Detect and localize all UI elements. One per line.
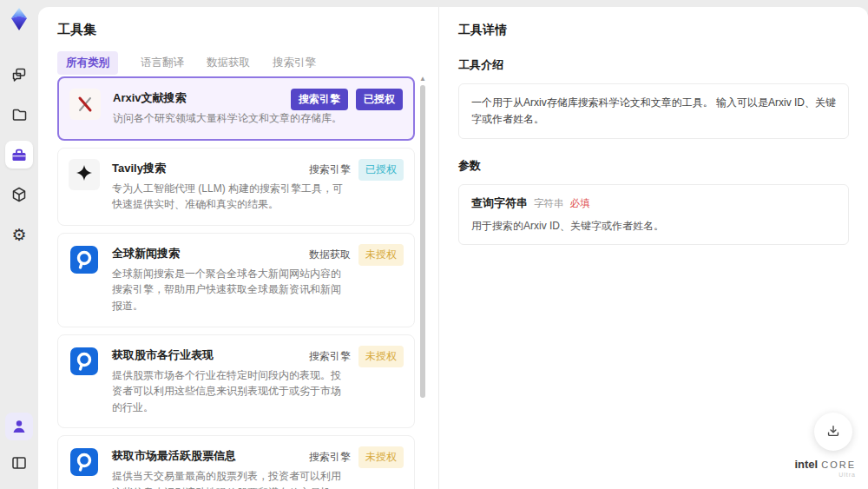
main-surface: 工具集 所有类别 语言翻译 数据获取 搜索引擎 Arxiv文献搜索 访问各个研究… (38, 7, 868, 489)
auth-status-badge: 已授权 (358, 159, 404, 181)
blue-search-app-icon (69, 346, 100, 377)
collapse-panel-icon (10, 454, 28, 472)
download-icon (825, 423, 842, 440)
category-label: 搜索引擎 (309, 349, 351, 364)
category-label: 数据获取 (309, 248, 351, 262)
param-box: 查询字符串 字符串 必填 用于搜索的Arxiv ID、关键字或作者姓名。 (458, 184, 849, 245)
category-tabs: 所有类别 语言翻译 数据获取 搜索引擎 (57, 51, 316, 75)
intro-text: 一个用于从Arxiv存储库搜索科学论文和文章的工具。 输入可以是Arxiv ID… (471, 96, 836, 125)
toolbox-icon (10, 146, 28, 163)
detail-title: 工具详情 (458, 23, 849, 38)
ultra-wordmark: Ultra (794, 472, 856, 479)
folder-icon (10, 106, 28, 123)
auth-status-badge: 已授权 (356, 89, 403, 110)
tab-all-categories[interactable]: 所有类别 (57, 51, 118, 75)
download-button[interactable] (814, 413, 852, 451)
scrollbar-thumb[interactable] (420, 85, 425, 398)
page-title: 工具集 (57, 22, 96, 38)
user-avatar[interactable] (5, 413, 33, 440)
gem-logo-icon (8, 7, 30, 31)
sidebar-item-tools[interactable] (5, 141, 33, 169)
tab-data-fetch[interactable]: 数据获取 (207, 51, 250, 75)
intro-heading: 工具介绍 (458, 57, 849, 73)
param-type: 字符串 (534, 197, 564, 210)
tool-card-arxiv[interactable]: Arxiv文献搜索 访问各个研究领域大量科学论文和文章的存储库。 搜索引擎 已授… (57, 76, 415, 141)
blue-search-app-icon (69, 446, 100, 478)
sparkle-icon (69, 159, 100, 190)
tool-list-panel: 工具集 所有类别 语言翻译 数据获取 搜索引擎 Arxiv文献搜索 访问各个研究… (38, 7, 438, 489)
param-description: 用于搜索的Arxiv ID、关键字或作者姓名。 (471, 219, 836, 234)
category-label: 搜索引擎 (309, 162, 351, 177)
chat-icon (10, 66, 28, 83)
tool-description: 提供当天交易量最高的股票列表，投资者可以利用这些信息来识别流动性强的股票和潜在的… (112, 468, 348, 489)
tool-card-active-stocks[interactable]: 获取市场最活跃股票信息 提供当天交易量最高的股票列表，投资者可以利用这些信息来识… (57, 435, 415, 489)
intel-wordmark: intel (794, 458, 818, 471)
param-required-flag: 必填 (570, 197, 590, 210)
package-icon (10, 186, 28, 203)
tool-detail-panel: 工具详情 工具介绍 一个用于从Arxiv存储库搜索科学论文和文章的工具。 输入可… (438, 7, 868, 489)
tool-card-tavily[interactable]: Tavily搜索 专为人工智能代理 (LLM) 构建的搜索引擎工具，可快速提供实… (57, 148, 415, 226)
auth-status-badge: 未授权 (358, 446, 404, 468)
user-avatar-icon (10, 418, 28, 435)
tool-card-sector-performance[interactable]: 获取股市各行业表现 提供股票市场各个行业在特定时间段内的表现。投资者可以利用这些… (57, 334, 415, 429)
settings-icon: ⚙ (11, 227, 26, 243)
tab-language-translation[interactable]: 语言翻译 (141, 51, 184, 75)
collapse-sidebar-button[interactable] (5, 449, 33, 477)
sidebar-item-packages[interactable] (5, 181, 33, 208)
auth-status-badge: 未授权 (358, 244, 404, 266)
category-label: 搜索引擎 (309, 450, 351, 465)
sidebar-item-chat[interactable] (5, 61, 33, 89)
tool-description: 提供股票市场各个行业在特定时间段内的表现。投资者可以利用这些信息来识别表现优于或… (112, 367, 348, 416)
scroll-up-arrow-icon[interactable]: ▲ (419, 75, 426, 83)
intro-box: 一个用于从Arxiv存储库搜索科学论文和文章的工具。 输入可以是Arxiv ID… (458, 83, 849, 139)
sidebar-item-files[interactable] (5, 101, 33, 129)
category-badge: 搜索引擎 (291, 89, 348, 110)
app-logo[interactable] (8, 7, 30, 35)
blue-search-app-icon (69, 244, 100, 275)
tool-card-global-news[interactable]: 全球新闻搜索 全球新闻搜索是一个聚合全球各大新闻网站内容的搜索引擎，帮助用户快速… (57, 233, 415, 327)
param-name: 查询字符串 (471, 195, 528, 211)
tool-description: 全球新闻搜索是一个聚合全球各大新闻网站内容的搜索引擎，帮助用户快速获取全球最新资… (112, 266, 348, 314)
arxiv-x-icon (69, 89, 101, 120)
tab-search-engine[interactable]: 搜索引擎 (273, 51, 316, 75)
tool-description: 访问各个研究领域大量科学论文和文章的存储库。 (113, 110, 342, 127)
auth-status-badge: 未授权 (358, 346, 404, 367)
core-wordmark: CORE (821, 459, 856, 470)
sidebar-item-settings[interactable]: ⚙ (5, 221, 33, 248)
left-rail: ⚙ (0, 0, 38, 489)
list-scrollbar[interactable]: ▲ (419, 75, 426, 487)
tool-card-list: Arxiv文献搜索 访问各个研究领域大量科学论文和文章的存储库。 搜索引擎 已授… (57, 76, 415, 489)
params-heading: 参数 (458, 158, 849, 174)
intel-core-logo: intelCORE Ultra (794, 456, 856, 479)
tool-description: 专为人工智能代理 (LLM) 构建的搜索引擎工具，可快速提供实时、准确和真实的结… (112, 181, 348, 213)
